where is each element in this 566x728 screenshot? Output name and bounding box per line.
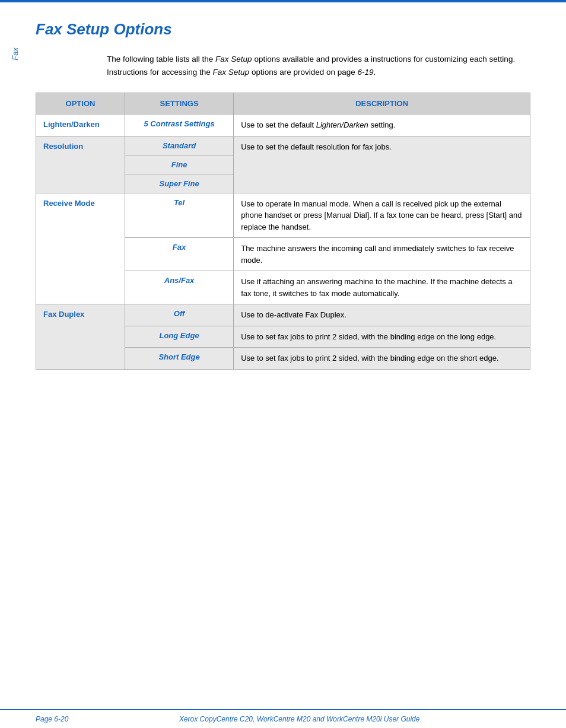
desc-cell-ansfax: Use if attaching an answering machine to… (234, 271, 530, 304)
desc-text: Use to set fax jobs to print 2 sided, wi… (241, 354, 498, 363)
settings-table: OPTION SETTINGS DESCRIPTION Lighten/Dark… (36, 93, 530, 370)
desc-cell-resolution: Use to set the default resolution for fa… (234, 136, 530, 193)
setting-value: Off (132, 309, 226, 318)
desc-text: Use to operate in manual mode. When a ca… (241, 199, 522, 231)
option-cell-resolution: Resolution (36, 136, 125, 193)
setting-value: Tel (132, 198, 226, 207)
settings-cell-superfine: Super Fine (125, 174, 233, 193)
setting-value: Short Edge (132, 352, 226, 361)
settings-cell-short-edge: Short Edge (125, 348, 233, 370)
desc-cell-contrast: Use to set the default Lighten/Darken se… (234, 115, 530, 136)
desc-cell-fax: The machine answers the incoming call an… (234, 238, 530, 271)
settings-cell-ansfax: Ans/Fax (125, 271, 233, 304)
option-label: Fax Duplex (43, 310, 84, 319)
desc-text: Use to set fax jobs to print 2 sided, wi… (241, 332, 496, 341)
setting-value: Ans/Fax (132, 276, 226, 285)
settings-cell-fine: Fine (125, 155, 233, 174)
intro-paragraph: The following table lists all the Fax Se… (107, 53, 530, 78)
option-cell-lighten-darken: Lighten/Darken (36, 115, 125, 136)
desc-text: Use to set the default Lighten/Darken se… (241, 120, 395, 129)
header-option: OPTION (36, 93, 125, 115)
desc-text: Use to de-activate Fax Duplex. (241, 310, 346, 319)
desc-cell-tel: Use to operate in manual mode. When a ca… (234, 193, 530, 238)
table-row: Receive Mode Tel Use to operate in manua… (36, 193, 530, 238)
settings-cell-fax: Fax (125, 238, 233, 271)
desc-text: Use if attaching an answering machine to… (241, 277, 512, 298)
settings-cell-standard: Standard (125, 136, 233, 155)
option-label: Resolution (43, 142, 83, 151)
header-description: DESCRIPTION (234, 93, 530, 115)
desc-cell-off: Use to de-activate Fax Duplex. (234, 304, 530, 326)
footer-page-number: Page 6-20 (36, 715, 68, 723)
setting-value: Super Fine (132, 179, 226, 188)
page-container: Fax Fax Setup Options The following tabl… (0, 0, 566, 728)
table-row: Lighten/Darken 5 Contrast Settings Use t… (36, 115, 530, 136)
settings-cell-long-edge: Long Edge (125, 326, 233, 348)
option-cell-receive-mode: Receive Mode (36, 193, 125, 304)
desc-cell-long-edge: Use to set fax jobs to print 2 sided, wi… (234, 326, 530, 348)
setting-value: Long Edge (132, 331, 226, 340)
option-label: Receive Mode (43, 199, 95, 208)
setting-value: 5 Contrast Settings (132, 119, 226, 128)
footer-title: Xerox CopyCentre C20, WorkCentre M20 and… (179, 715, 420, 723)
setting-value: Fine (132, 160, 226, 169)
option-label: Lighten/Darken (43, 120, 100, 129)
page-footer: Page 6-20 Xerox CopyCentre C20, WorkCent… (0, 709, 566, 728)
page-title: Fax Setup Options (36, 20, 172, 39)
table-header-row: OPTION SETTINGS DESCRIPTION (36, 93, 530, 115)
table-row: Fax Duplex Off Use to de-activate Fax Du… (36, 304, 530, 326)
settings-cell-off: Off (125, 304, 233, 326)
desc-text: Use to set the default resolution for fa… (241, 142, 392, 151)
header-settings: SETTINGS (125, 93, 233, 115)
title-row: Fax Setup Options (36, 20, 530, 39)
desc-cell-short-edge: Use to set fax jobs to print 2 sided, wi… (234, 348, 530, 370)
fax-side-tab: Fax (11, 47, 20, 61)
content-area: Fax Setup Options The following table li… (0, 2, 566, 405)
option-cell-fax-duplex: Fax Duplex (36, 304, 125, 370)
settings-cell-tel: Tel (125, 193, 233, 238)
table-row: Resolution Standard Use to set the defau… (36, 136, 530, 155)
desc-text: The machine answers the incoming call an… (241, 244, 514, 265)
settings-cell-contrast: 5 Contrast Settings (125, 115, 233, 136)
setting-value: Standard (132, 141, 226, 150)
setting-value: Fax (132, 243, 226, 252)
